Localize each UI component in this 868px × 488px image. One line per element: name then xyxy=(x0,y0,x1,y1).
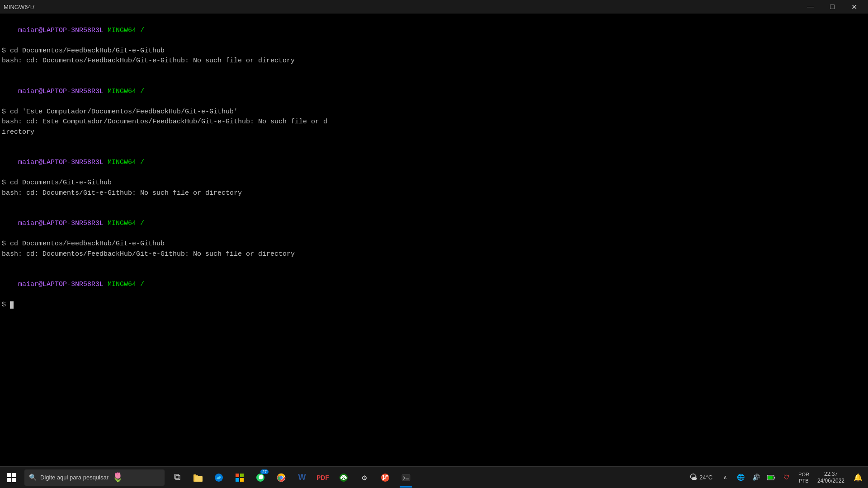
output-line-3: bash: cd: Documents/Git-e-Github: No suc… xyxy=(2,188,866,199)
start-button[interactable] xyxy=(2,468,22,488)
prompt-user-2: maiar@LAPTOP-3NR58R3L xyxy=(18,88,104,95)
lang-top: POR xyxy=(798,472,809,477)
prompt-path-4: / xyxy=(136,220,144,227)
taskbar: 🔍 Digite aqui para pesquisar 🌷 ⧉ xyxy=(0,466,868,488)
svg-rect-20 xyxy=(768,476,773,479)
close-button[interactable]: ✕ xyxy=(844,0,864,14)
chevron-tray-icon[interactable]: ∧ xyxy=(718,468,732,488)
prompt-path-2: / xyxy=(136,88,144,95)
weather-temp: 24°C xyxy=(699,474,712,481)
prompt-mingw-5: MINGW64 xyxy=(104,281,136,288)
terminal-button[interactable] xyxy=(396,468,416,488)
settings-icon: ⚙ xyxy=(354,468,374,488)
cmd-line-1: $ cd Documentos/FeedbackHub/Git-e-Github xyxy=(2,46,866,56)
task-view-icon: ⧉ xyxy=(167,468,187,488)
output-line-2a: bash: cd: Este Computador/Documentos/Fee… xyxy=(2,117,866,127)
search-placeholder: Digite aqui para pesquisar xyxy=(40,474,108,481)
window-controls: — □ ✕ xyxy=(800,0,864,14)
word-button[interactable]: W xyxy=(292,468,312,488)
system-tray: 🌤 24°C ∧ 🌐 🔊 🛡 POR PTB 22:37 xyxy=(686,468,866,488)
store-button[interactable] xyxy=(230,468,250,488)
prompt-user-4: maiar@LAPTOP-3NR58R3L xyxy=(18,220,104,227)
clock-time: 22:37 xyxy=(824,471,838,477)
svg-rect-5 xyxy=(240,474,244,477)
git-icon xyxy=(375,468,395,488)
git-button[interactable] xyxy=(375,468,395,488)
cursor-blink xyxy=(10,301,14,309)
prompt-line-4: maiar@LAPTOP-3NR58R3L MINGW64 / xyxy=(2,209,866,239)
svg-point-10 xyxy=(280,476,283,479)
prompt-mingw-1: MINGW64 xyxy=(104,27,136,34)
file-explorer-icon xyxy=(188,468,208,488)
window-title: MINGW64:/ xyxy=(4,4,34,10)
prompt-mingw-4: MINGW64 xyxy=(104,220,136,227)
output-line-2b: irectory xyxy=(2,127,866,138)
prompt-path-5: / xyxy=(136,281,144,288)
chrome-button[interactable] xyxy=(271,468,291,488)
clock-date: 24/06/2022 xyxy=(817,478,844,484)
blank-1 xyxy=(2,66,866,77)
svg-rect-4 xyxy=(236,474,239,477)
prompt-line-3: maiar@LAPTOP-3NR58R3L MINGW64 / xyxy=(2,148,866,178)
notification-button[interactable]: 🔔 xyxy=(850,468,866,488)
svg-rect-16 xyxy=(402,474,410,481)
output-line-1: bash: cd: Documentos/FeedbackHub/Git-e-G… xyxy=(2,56,866,66)
cmd-line-2: $ cd 'Este Computador/Documentos/Feedbac… xyxy=(2,107,866,117)
antivirus-icon[interactable]: 🛡 xyxy=(779,468,794,488)
lang-bot: PTB xyxy=(799,478,808,483)
active-indicator xyxy=(400,486,412,488)
clock-area[interactable]: 22:37 24/06/2022 xyxy=(814,468,848,488)
blank-3 xyxy=(2,198,866,209)
prompt-user-1: maiar@LAPTOP-3NR58R3L xyxy=(18,27,104,34)
settings-button[interactable]: ⚙ xyxy=(354,468,374,488)
cmd-line-5: $ xyxy=(2,300,866,310)
taskbar-search[interactable]: 🔍 Digite aqui para pesquisar 🌷 xyxy=(24,469,165,486)
prompt-user-5: maiar@LAPTOP-3NR58R3L xyxy=(18,281,104,288)
store-icon xyxy=(230,468,250,488)
prompt-line-1: maiar@LAPTOP-3NR58R3L MINGW64 / xyxy=(2,15,866,46)
blank-4 xyxy=(2,259,866,270)
volume-icon[interactable]: 🔊 xyxy=(749,468,763,488)
task-view-button[interactable]: ⧉ xyxy=(167,468,187,488)
word-icon: W xyxy=(292,468,312,488)
prompt-line-5: maiar@LAPTOP-3NR58R3L MINGW64 / xyxy=(2,270,866,300)
edge-icon xyxy=(209,468,229,488)
titlebar: MINGW64:/ — □ ✕ xyxy=(0,0,868,14)
pdf-icon: PDF xyxy=(313,468,333,488)
prompt-mingw-2: MINGW64 xyxy=(104,88,136,95)
svg-rect-2 xyxy=(195,476,203,482)
file-explorer-button[interactable] xyxy=(188,468,208,488)
blank-2 xyxy=(2,137,866,148)
pdf-button[interactable]: PDF xyxy=(313,468,333,488)
terminal-content[interactable]: maiar@LAPTOP-3NR58R3L MINGW64 / $ cd Doc… xyxy=(0,14,868,466)
svg-point-14 xyxy=(386,475,388,477)
language-area[interactable]: POR PTB xyxy=(796,468,812,488)
battery-icon[interactable] xyxy=(764,468,778,488)
whatsapp-button[interactable]: 27 xyxy=(250,468,270,488)
output-line-4: bash: cd: Documentos/FeedbackHub/Git-e-G… xyxy=(2,249,866,260)
svg-rect-19 xyxy=(774,477,775,479)
terminal-taskbar-icon xyxy=(396,468,416,488)
windows-icon xyxy=(7,473,16,482)
cmd-line-4: $ cd Documentos/FeedbackHub/Git-e-Github xyxy=(2,239,866,249)
minimize-button[interactable]: — xyxy=(800,0,821,14)
maximize-button[interactable]: □ xyxy=(822,0,843,14)
svg-rect-7 xyxy=(240,478,244,482)
search-icon: 🔍 xyxy=(29,474,37,481)
prompt-user-3: maiar@LAPTOP-3NR58R3L xyxy=(18,159,104,166)
whatsapp-badge: 27 xyxy=(260,469,269,474)
svg-rect-1 xyxy=(193,474,196,476)
prompt-path-1: / xyxy=(136,27,144,34)
prompt-mingw-3: MINGW64 xyxy=(104,159,136,166)
weather-icon: 🌤 xyxy=(689,473,698,482)
edge-button[interactable] xyxy=(209,468,229,488)
tulip-icon: 🌷 xyxy=(112,472,123,483)
prompt-path-3: / xyxy=(136,159,144,166)
prompt-line-2: maiar@LAPTOP-3NR58R3L MINGW64 / xyxy=(2,76,866,107)
chrome-icon xyxy=(271,468,291,488)
svg-rect-6 xyxy=(236,478,239,482)
cmd-line-3: $ cd Documents/Git-e-Github xyxy=(2,178,866,188)
xbox-button[interactable] xyxy=(334,468,354,488)
network-icon[interactable]: 🌐 xyxy=(733,468,748,488)
weather-widget[interactable]: 🌤 24°C xyxy=(686,468,716,488)
